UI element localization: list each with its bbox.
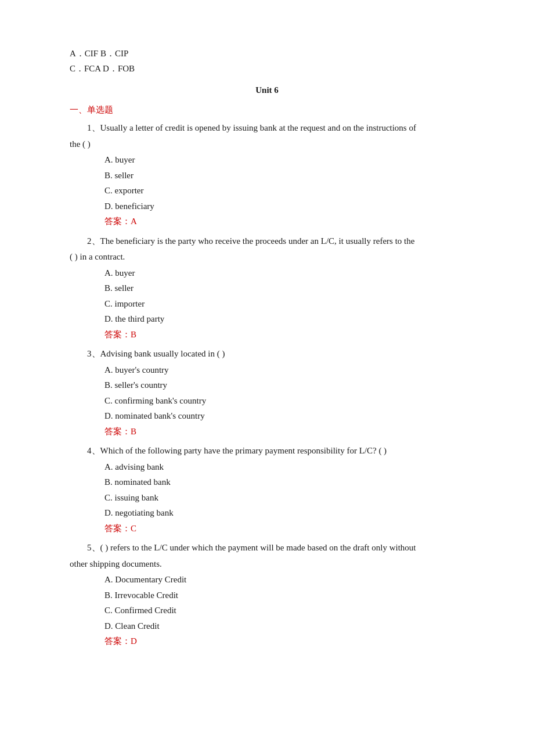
q3-text: 3、Advising bank usually located in ( ) <box>70 347 464 362</box>
q3-option-a: A. buyer's country <box>104 363 464 378</box>
top-option-line2: C．FCA D．FOB <box>70 62 464 77</box>
q2-text-line1: 2、The beneficiary is the party who recei… <box>70 234 464 249</box>
q3-option-d: D. nominated bank's country <box>104 409 464 424</box>
top-option-line1: A．CIF B．CIP <box>70 46 464 62</box>
q5-text-line1: 5、( ) refers to the L/C under which the … <box>70 541 464 556</box>
q1-option-c: C. exporter <box>104 183 464 199</box>
q4-answer: 答案：C <box>104 521 464 537</box>
q4-option-d: D. negotiating bank <box>104 506 464 521</box>
section-title: 一、单选题 <box>70 103 464 118</box>
unit-title: Unit 6 <box>70 83 464 98</box>
q1-option-d: D. beneficiary <box>104 199 464 214</box>
q1-text-line1: 1、Usually a letter of credit is opened b… <box>70 121 464 136</box>
q2-text-line2: ( ) in a contract. <box>70 250 464 265</box>
q1-option-b: B. seller <box>104 168 464 183</box>
q3-option-b: B. seller's country <box>104 378 464 393</box>
question-5: 5、( ) refers to the L/C under which the … <box>70 541 464 649</box>
q4-text: 4、Which of the following party have the … <box>70 444 464 459</box>
q2-option-a: A. buyer <box>104 266 464 281</box>
q3-option-c: C. confirming bank's country <box>104 394 464 409</box>
q3-answer: 答案：B <box>104 424 464 440</box>
q5-option-b: B. Irrevocable Credit <box>104 588 464 603</box>
q2-option-c: C. importer <box>104 297 464 312</box>
q2-option-b: B. seller <box>104 281 464 296</box>
q5-option-a: A. Documentary Credit <box>104 573 464 588</box>
q2-option-d: D. the third party <box>104 312 464 327</box>
top-line1: A．CIF B．CIP C．FCA D．FOB <box>70 46 464 76</box>
question-2: 2、The beneficiary is the party who recei… <box>70 234 464 343</box>
q4-option-b: B. nominated bank <box>104 475 464 490</box>
q5-option-d: D. Clean Credit <box>104 619 464 634</box>
q4-option-a: A. advising bank <box>104 460 464 475</box>
question-3: 3、Advising bank usually located in ( ) A… <box>70 347 464 439</box>
q1-answer: 答案：A <box>104 214 464 229</box>
q4-option-c: C. issuing bank <box>104 491 464 506</box>
q5-option-c: C. Confirmed Credit <box>104 603 464 618</box>
q5-answer: 答案：D <box>104 634 464 649</box>
q1-text-line2: the ( ) <box>70 137 464 152</box>
question-4: 4、Which of the following party have the … <box>70 444 464 536</box>
q5-text-line2: other shipping documents. <box>70 557 464 572</box>
q2-answer: 答案：B <box>104 327 464 343</box>
question-1: 1、Usually a letter of credit is opened b… <box>70 121 464 229</box>
q1-option-a: A. buyer <box>104 153 464 168</box>
